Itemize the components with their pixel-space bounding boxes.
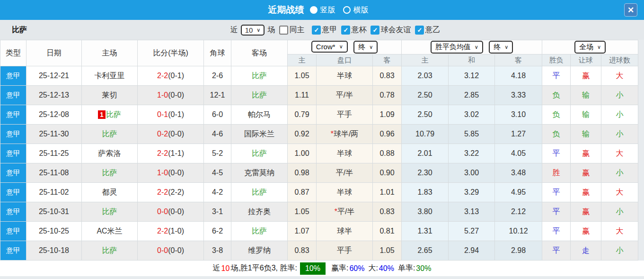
- ah-home-odds-cell: 1.05: [288, 202, 317, 222]
- dialog-title: 近期战绩: [268, 4, 304, 16]
- home-team-cell: 萨索洛: [82, 144, 138, 163]
- games-label: 场: [267, 25, 275, 35]
- score-cell: 0-0(0-0): [138, 241, 204, 261]
- bookmaker-select[interactable]: Crow*∨: [311, 41, 348, 53]
- sub-header-eu-home: 主: [402, 54, 449, 66]
- chevron-down-icon: ∨: [256, 27, 260, 33]
- handicap-time-select[interactable]: 终∨: [353, 41, 378, 54]
- handicap-cell: 半球: [317, 66, 373, 86]
- eu-home-odds-cell: 1.31: [402, 222, 449, 241]
- ah-home-odds-cell: 0.87: [288, 183, 317, 202]
- checkbox-label[interactable]: 意杯: [351, 25, 366, 35]
- full-score: 2-2: [157, 72, 168, 80]
- chevron-down-icon: ∨: [597, 44, 601, 50]
- europe-time-select[interactable]: 终∨: [489, 41, 513, 54]
- handicap-cell: 球半: [317, 222, 373, 241]
- date-cell: 25-12-13: [26, 86, 82, 105]
- result-row: 意甲25-10-25AC米兰2-2(1-0)6-2比萨1.07球半0.811.3…: [0, 222, 638, 241]
- handicap-text: 半球: [337, 149, 352, 157]
- filter-controls: 近 10∨ 场 同主✓意甲✓意杯✓球会友谊✓意乙: [230, 25, 441, 36]
- eu-away-odds-cell: 2.12: [495, 202, 542, 222]
- checkbox-label[interactable]: 意乙: [425, 25, 440, 35]
- checkbox-0-icon[interactable]: [279, 26, 288, 35]
- ah-home-odds-cell: 0.79: [288, 105, 317, 125]
- eu-away-odds-cell: 4.05: [495, 144, 542, 163]
- eu-away-odds-cell: 2.98: [495, 241, 542, 261]
- result-row: 意甲25-11-30比萨0-2(0-0)4-6国际米兰0.92*球半/两0.96…: [0, 125, 638, 144]
- home-team-cell: 1比萨: [82, 105, 138, 125]
- col-header-score: 比分(半场): [138, 40, 204, 66]
- away-team-cell: 拉齐奥: [231, 202, 288, 222]
- checkbox-2-icon[interactable]: ✓: [341, 26, 350, 35]
- handicap-cell: 半球: [317, 144, 373, 163]
- eu-away-odds-cell: 3.33: [495, 86, 542, 105]
- eu-home-odds-cell: 2.03: [402, 66, 449, 86]
- result-wdl-cell: 负: [542, 125, 571, 144]
- result-row: 意甲25-10-18比萨0-0(0-0)3-8维罗纳0.83平手1.052.65…: [0, 241, 638, 261]
- corner-cell: 6-0: [204, 105, 231, 125]
- corner-cell: 2-6: [204, 66, 231, 86]
- checkbox-1-icon[interactable]: ✓: [312, 26, 321, 35]
- result-row: 意甲25-12-21卡利亚里2-2(0-1)2-6比萨1.05半球0.832.0…: [0, 66, 638, 86]
- eu-away-odds-cell: 10.12: [495, 222, 542, 241]
- full-score: 0-0: [157, 246, 168, 254]
- europe-odds-select[interactable]: 胜平负均值∨: [431, 41, 483, 54]
- checkbox-3-icon[interactable]: ✓: [371, 26, 379, 35]
- results-tbody: 意甲25-12-21卡利亚里2-2(0-1)2-6比萨1.05半球0.832.0…: [0, 66, 638, 261]
- close-icon[interactable]: ✕: [624, 3, 637, 17]
- league-cell: 意甲: [0, 163, 26, 183]
- radio-vertical-layout[interactable]: 竖版: [310, 5, 335, 15]
- home-team-cell: 都灵: [82, 183, 138, 202]
- away-team-cell: 比萨: [231, 222, 288, 241]
- half-score: (0-0): [168, 169, 184, 177]
- eu-draw-odds-cell: 3.22: [449, 144, 495, 163]
- rank-badge: 1: [98, 110, 106, 119]
- handicap-text: 半球: [337, 72, 352, 80]
- result-let-cell: 走: [571, 241, 601, 261]
- eu-draw-odds-cell: 2.94: [449, 241, 495, 261]
- sub-header-eu-draw: 和: [449, 54, 495, 66]
- date-cell: 25-11-02: [26, 183, 82, 202]
- corner-cell: 5-2: [204, 144, 231, 163]
- footer-segment: 10: [221, 264, 230, 273]
- league-cell: 意甲: [0, 183, 26, 202]
- eu-draw-odds-cell: 3.29: [449, 183, 495, 202]
- half-score: (1-0): [168, 227, 184, 235]
- ah-away-odds-cell: 0.83: [373, 66, 402, 86]
- home-team-cell: 比萨: [82, 163, 138, 183]
- result-let-cell: 输: [571, 86, 601, 105]
- checkbox-label[interactable]: 意甲: [322, 25, 337, 35]
- full-score: 0-0: [157, 207, 168, 216]
- half-score: (2-2): [168, 188, 184, 196]
- footer-segment: 近: [213, 263, 221, 273]
- home-team-name: 卡利亚里: [95, 72, 125, 80]
- result-goals-cell: 小: [601, 163, 638, 183]
- away-team-name: 拉齐奥: [248, 207, 271, 216]
- checkbox-label[interactable]: 球会友谊: [380, 25, 411, 35]
- match-scope-select[interactable]: 全场∨: [574, 41, 606, 54]
- footer-segment: 赢率:: [331, 263, 348, 273]
- games-count-select[interactable]: 10∨: [241, 25, 265, 36]
- stats-footer: 近10场,胜1平6负3, 胜率:10%赢率:60%大:40%单率:30%: [0, 261, 644, 276]
- radio-horizontal-layout[interactable]: 横版: [343, 5, 369, 15]
- checkbox-label[interactable]: 同主: [289, 25, 304, 35]
- home-team-name: 莱切: [102, 91, 117, 99]
- handicap-cell: *球半/两: [317, 125, 373, 144]
- ah-away-odds-cell: 0.81: [373, 222, 402, 241]
- chevron-down-icon: ∨: [339, 44, 343, 50]
- eu-draw-odds-cell: 3.12: [449, 66, 495, 86]
- home-team-cell: 莱切: [82, 86, 138, 105]
- filter-checkbox-group: 同主✓意甲✓意杯✓球会友谊✓意乙: [275, 25, 440, 35]
- league-cell: 意甲: [0, 202, 26, 222]
- eu-draw-odds-cell: 3.13: [449, 202, 495, 222]
- score-cell: 2-2(2-2): [138, 183, 204, 202]
- eu-draw-odds-cell: 5.85: [449, 125, 495, 144]
- full-score: 2-2: [157, 227, 168, 235]
- result-goals-cell: 大: [601, 183, 638, 202]
- checkbox-4-icon[interactable]: ✓: [415, 26, 424, 35]
- result-let-cell: 赢: [571, 144, 601, 163]
- league-cell: 意甲: [0, 144, 26, 163]
- home-team-name: 比萨: [102, 246, 117, 254]
- sub-header-wdl: 胜负: [542, 54, 571, 66]
- away-team-cell: 维罗纳: [231, 241, 288, 261]
